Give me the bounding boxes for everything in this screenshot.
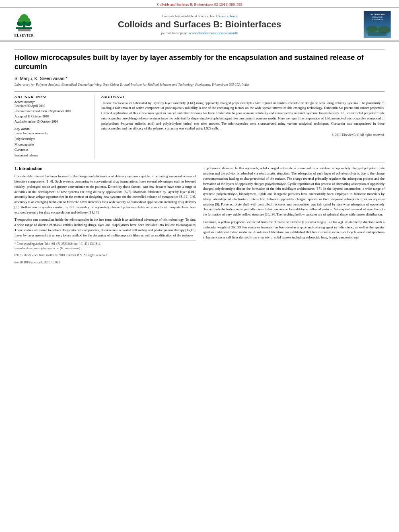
svg-rect-8 — [18, 29, 31, 31]
introduction-heading: 1. Introduction — [14, 166, 196, 172]
received-revised-date: Received in revised form 9 September 201… — [14, 109, 88, 113]
page-wrapper: Colloids and Surfaces B: Biointerfaces 8… — [0, 0, 399, 532]
journal-citation-bar: Colloids and Surfaces B: Biointerfaces 8… — [0, 0, 399, 8]
article-info-heading: ARTICLE INFO — [14, 95, 88, 99]
keyword-2: Polyelectrolyte — [14, 136, 88, 142]
footnote-email-text: E-mail address: sreeni@sctimst.ac.in (K.… — [14, 246, 196, 251]
keyword-4: Curcumin — [14, 147, 88, 153]
keyword-1: Layer by layer assembly — [14, 131, 88, 136]
footnote-star-text: * Corresponding author. Tel.: +91 471 25… — [14, 242, 196, 246]
footnote-divider — [14, 240, 196, 240]
svg-point-6 — [18, 18, 24, 23]
elsevier-logo: ELSEVIER — [8, 12, 40, 37]
elsevier-brand-text: ELSEVIER — [14, 34, 34, 37]
svg-text:COLLOIDS AND: COLLOIDS AND — [370, 13, 385, 16]
accepted-date: Accepted 11 October 2010 — [14, 114, 88, 119]
article-title: Hollow microcapsules built by layer by l… — [14, 53, 385, 72]
keywords-label: Key words: — [14, 127, 88, 131]
right-para-2: Curcumin, a yellow polyphenol extracted … — [203, 220, 385, 240]
available-online-date: Available online 15 October 2010 — [14, 119, 88, 124]
right-para-1: of polymeric devices. In this approach, … — [203, 166, 385, 217]
journal-title-main: Colloids and Surfaces B: Biointerfaces — [40, 19, 359, 30]
sciencedirect-line: Contents lists available at ScienceDirec… — [40, 14, 359, 18]
authors-text: S. Manju, K. Sreenivasan * — [14, 76, 67, 81]
body-left-column: 1. Introduction Considerable interest ha… — [14, 166, 196, 265]
sciencedirect-link[interactable]: ScienceDirect — [218, 14, 237, 18]
journal-header: ELSEVIER Contents lists available at Sci… — [0, 8, 399, 41]
article-content: Hollow microcapsules built by layer by l… — [0, 41, 399, 269]
article-info-column: ARTICLE INFO Article history: Received 3… — [14, 95, 95, 158]
journal-cover-area: COLLOIDS AND SURFACES B BIOINTERFACES — [359, 11, 391, 38]
history-label: Article history: — [14, 100, 88, 104]
journal-cover-image: COLLOIDS AND SURFACES B BIOINTERFACES — [364, 11, 391, 38]
abstract-column: ABSTRACT Hollow microcapsules fabricated… — [95, 95, 385, 158]
issn-line: 0927-7765/$ – see front matter © 2010 El… — [14, 253, 196, 258]
svg-point-11 — [366, 26, 378, 32]
body-divider — [14, 162, 385, 162]
journal-homepage-line: journal homepage: www.elsevier.com/locat… — [40, 31, 359, 35]
svg-text:BIOINTERFACES: BIOINTERFACES — [372, 19, 383, 21]
contents-available-text: Contents lists available at ScienceDirec… — [162, 14, 217, 18]
journal-title-area: Contents lists available at ScienceDirec… — [40, 14, 359, 35]
article-authors: S. Manju, K. Sreenivasan * — [14, 76, 385, 81]
keyword-5: Sustained release — [14, 153, 88, 158]
svg-rect-13 — [368, 32, 387, 36]
svg-text:SURFACES B: SURFACES B — [372, 16, 383, 18]
abstract-heading: ABSTRACT — [101, 95, 385, 99]
article-info-abstract-section: ARTICLE INFO Article history: Received 3… — [14, 95, 385, 158]
journal-citation-text: Colloids and Surfaces B: Biointerfaces 8… — [157, 2, 242, 6]
elsevier-tree-icon — [14, 12, 34, 33]
intro-para-1: Considerable interest has been focused i… — [14, 174, 196, 215]
svg-point-7 — [25, 18, 30, 23]
keyword-3: Microcapsules — [14, 142, 88, 148]
author-affiliation: Laboratory for Polymer Analysis, Biomedi… — [14, 82, 385, 87]
homepage-label: journal homepage: — [161, 31, 188, 35]
body-right-column: of polymeric devices. In this approach, … — [203, 166, 385, 265]
intro-para-2: Therapeutics can accumulate inside the m… — [14, 217, 196, 238]
article-divider-1 — [14, 91, 385, 92]
keywords-section: Key words: Layer by layer assembly Polye… — [14, 127, 88, 158]
abstract-text: Hollow microcapsules fabricated by layer… — [101, 101, 385, 131]
publisher-logo-area: ELSEVIER — [8, 12, 40, 37]
received-date: Received 30 April 2010 — [14, 104, 88, 108]
top-article-divider — [14, 49, 385, 50]
doi-line: doi:10.1016/j.colsurfb.2010.10.021 — [14, 260, 196, 265]
copyright-line: © 2010 Elsevier B.V. All rights reserved… — [101, 133, 385, 137]
journal-homepage-url[interactable]: www.elsevier.com/locate/colsurfb — [189, 31, 238, 35]
body-two-column: 1. Introduction Considerable interest ha… — [14, 166, 385, 265]
